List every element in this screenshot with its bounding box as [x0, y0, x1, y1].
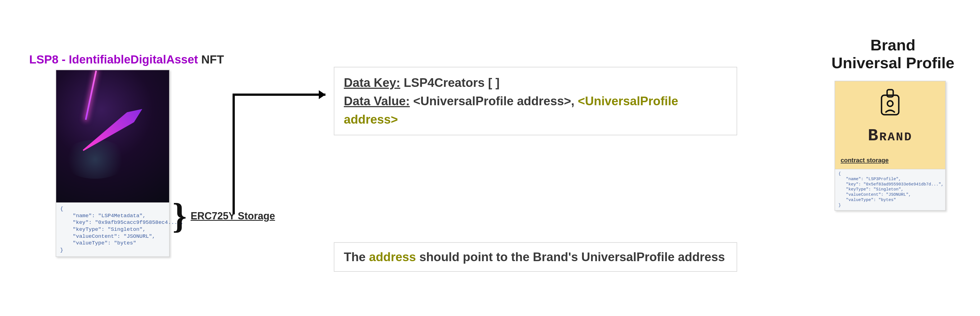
brand-card-top: Brand contract storage [835, 81, 945, 169]
contract-storage-label: contract storage [841, 157, 940, 164]
nft-json-name: LSP4Metadata [101, 213, 139, 219]
brand-card: Brand contract storage { "name": "LSP3Pr… [835, 81, 946, 211]
data-value-row: Data Value: <UniversalProfile address>, … [344, 92, 727, 129]
svg-point-2 [888, 101, 893, 106]
data-value-label: Data Value: [344, 94, 410, 108]
id-badge-icon [879, 89, 901, 117]
brand-json-keytype: Singleton [876, 187, 899, 192]
svg-rect-0 [881, 95, 899, 115]
hint-box: The address should point to the Brand's … [334, 242, 737, 272]
nft-json-key: 0x9afb95cacc9f95858ec4... [98, 219, 178, 225]
storage-label-group: } ERC725Y Storage [172, 203, 275, 228]
arrow-icon [223, 81, 334, 217]
nft-json-valuecontent: JSONURL [127, 233, 149, 239]
nft-image [56, 70, 169, 203]
nft-title-prefix: LSP8 - IdentifiableDigitalAsset [29, 53, 198, 66]
nft-title-suffix: NFT [198, 53, 224, 66]
smoke-cloud [62, 140, 129, 179]
hint-em: address [369, 250, 416, 264]
brand-json-valuetype: bytes [881, 198, 894, 203]
nft-json-keytype: Singleton [111, 227, 139, 233]
hint-1: The [344, 250, 369, 264]
data-key-label: Data Key: [344, 76, 400, 89]
nft-json-valuetype: bytes [117, 240, 133, 246]
lightning-bolt [85, 70, 97, 120]
brand-json-name: LSP3Profile [869, 177, 896, 182]
brand-name: Brand [841, 126, 940, 145]
nft-title: LSP8 - IdentifiableDigitalAsset NFT [29, 53, 224, 66]
nft-card: { "name": "LSP4Metadata", "key": "0x9afb… [56, 70, 170, 257]
brand-title: Brand Universal Profile [823, 36, 963, 72]
curly-brace-icon: } [172, 203, 187, 228]
hint-2: should point to the Brand's UniversalPro… [416, 250, 725, 264]
brand-title-line1: Brand [823, 36, 963, 54]
data-box: Data Key: LSP4Creators [ ] Data Value: <… [334, 67, 737, 135]
nft-json-block: { "name": "LSP4Metadata", "key": "0x9afb… [56, 203, 169, 257]
brand-json-block: { "name": "LSP3Profile", "key": "0x5ef83… [835, 169, 945, 210]
storage-label: ERC725Y Storage [191, 210, 275, 222]
brand-json-valuecontent: JSONURL [888, 192, 906, 197]
brand-json-key: 0x5ef83ad9559033e6e941db7d... [866, 182, 939, 187]
brand-title-line2: Universal Profile [823, 54, 963, 72]
data-key-value: LSP4Creators [ ] [400, 76, 500, 89]
data-value-1: <UniversalProfile address>, [410, 94, 578, 108]
data-key-row: Data Key: LSP4Creators [ ] [344, 73, 727, 92]
